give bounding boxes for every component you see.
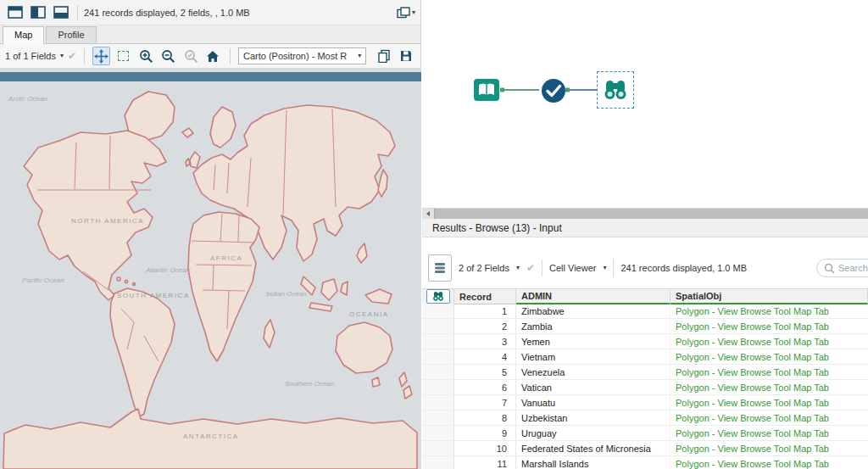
spatial-object-link[interactable]: Polygon - View Browse Tool Map Tab <box>670 334 868 349</box>
zoom-to-selection-button[interactable] <box>181 47 199 65</box>
admin-cell[interactable]: Zimbabwe <box>516 304 670 318</box>
browse-tool-selected[interactable] <box>597 71 634 109</box>
results-toolbar: 2 of 2 Fields ▾ ✔ Cell Viewer ▾ 241 reco… <box>422 253 868 283</box>
cell-viewer-dropdown[interactable]: Cell Viewer <box>549 263 596 273</box>
search-box[interactable] <box>816 259 868 277</box>
zoom-out-icon <box>161 49 175 64</box>
admin-cell[interactable]: Uzbekistan <box>516 410 670 425</box>
column-header-record[interactable]: Record <box>454 289 516 304</box>
table-row: 7VanuatuPolygon - View Browse Tool Map T… <box>422 395 868 410</box>
browse-tool-icon <box>601 75 630 104</box>
record-number-cell: 7 <box>454 395 516 410</box>
spatial-object-link[interactable]: Polygon - View Browse Tool Map Tab <box>670 395 868 410</box>
zoom-out-button[interactable] <box>159 47 177 65</box>
canvas-horizontal-scrollbar[interactable] <box>422 208 868 219</box>
workflow-canvas[interactable] <box>422 0 868 219</box>
layout-vertical-split-button[interactable] <box>28 3 48 22</box>
rows-icon <box>433 262 447 274</box>
new-guinea-shape <box>365 289 392 304</box>
layout-horizontal-split-button[interactable] <box>51 3 71 22</box>
apply-checkmark-icon: ✔ <box>68 51 76 61</box>
table-row: 5VenezuelaPolygon - View Browse Tool Map… <box>422 365 868 380</box>
scandinavia-shape <box>210 107 236 148</box>
admin-cell[interactable]: Uruguay <box>516 426 670 440</box>
spatial-object-link[interactable]: Polygon - View Browse Tool Map Tab <box>670 426 868 440</box>
results-record-status: 241 records displayed, 1.0 MB <box>620 263 747 273</box>
table-row: 1ZimbabwePolygon - View Browse Tool Map … <box>422 304 868 319</box>
south-america-shape <box>110 288 175 417</box>
results-title: Results - Browse (13) - Input <box>432 222 562 234</box>
spatial-object-link[interactable]: Polygon - View Browse Tool Map Tab <box>670 380 868 394</box>
popout-window-button[interactable]: ▾ <box>397 7 415 19</box>
admin-cell[interactable]: Federated States of Micronesia <box>516 441 670 455</box>
admin-cell[interactable]: Vatican <box>516 380 670 394</box>
row-gutter-cell <box>422 426 454 440</box>
toolbar-separator <box>613 260 614 276</box>
column-header-spatialobj[interactable]: SpatialObj <box>670 289 868 304</box>
spatial-object-link[interactable]: Polygon - View Browse Tool Map Tab <box>670 319 868 333</box>
table-row: 2ZambiaPolygon - View Browse Tool Map Ta… <box>422 319 868 334</box>
search-input[interactable] <box>838 263 868 273</box>
spatial-object-link[interactable]: Polygon - View Browse Tool Map Tab <box>670 410 868 425</box>
spatial-object-link[interactable]: Polygon - View Browse Tool Map Tab <box>670 441 868 455</box>
toolbar-separator <box>542 260 542 276</box>
admin-cell[interactable]: Yemen <box>516 334 670 349</box>
chevron-down-icon[interactable]: ▾ <box>603 265 606 271</box>
spatial-object-link[interactable]: Polygon - View Browse Tool Map Tab <box>670 349 868 364</box>
spatial-object-link[interactable]: Polygon - View Browse Tool Map Tab <box>670 365 868 379</box>
copy-map-button[interactable] <box>375 47 392 65</box>
scroll-left-icon <box>426 211 430 216</box>
admin-cell[interactable]: Zambia <box>516 319 670 333</box>
map-viewport[interactable]: Arctic OceanNORTH AMERICAAtlantic OceanP… <box>0 68 421 469</box>
record-number-cell: 2 <box>454 319 516 333</box>
chevron-down-icon[interactable]: ▾ <box>516 265 520 271</box>
admin-cell[interactable]: Vanuatu <box>516 395 670 410</box>
table-row: 4VietnamPolygon - View Browse Tool Map T… <box>422 349 868 365</box>
search-icon <box>824 263 835 274</box>
record-number-cell: 9 <box>454 426 516 440</box>
results-fields-selector[interactable]: 2 of 2 Fields <box>459 263 509 273</box>
admin-cell[interactable]: Venezuela <box>516 365 670 379</box>
record-number-cell: 11 <box>454 456 516 469</box>
layout-single-pane-button[interactable] <box>5 3 25 22</box>
select-area-tool-button[interactable] <box>114 47 132 65</box>
table-body: 1ZimbabwePolygon - View Browse Tool Map … <box>422 304 868 469</box>
africa-shape <box>188 212 259 361</box>
table-view-button[interactable] <box>428 254 452 282</box>
results-table: Record ADMIN SpatialObj 1ZimbabwePolygon… <box>422 288 868 469</box>
row-gutter-cell <box>422 304 454 318</box>
row-gutter-cell <box>422 395 454 410</box>
toolbar-separator <box>84 48 85 64</box>
binoculars-icon <box>431 291 445 303</box>
column-header-admin[interactable]: ADMIN <box>516 289 670 304</box>
spatial-column-header[interactable] <box>422 289 454 304</box>
table-row: 6VaticanPolygon - View Browse Tool Map T… <box>422 380 868 395</box>
world-map <box>0 81 421 469</box>
zoom-in-button[interactable] <box>137 47 155 65</box>
row-gutter-cell <box>422 441 454 455</box>
tab-profile[interactable]: Profile <box>46 26 96 43</box>
record-number-cell: 8 <box>454 410 516 425</box>
popout-window-icon <box>397 7 410 19</box>
scroll-left-button[interactable] <box>422 209 434 219</box>
spatial-object-link[interactable]: Polygon - View Browse Tool Map Tab <box>670 304 868 318</box>
layout-vertical-split-icon <box>31 6 46 19</box>
toolbar-separator <box>230 48 231 64</box>
zoom-home-button[interactable] <box>204 47 222 65</box>
java-shape <box>309 303 332 311</box>
input-data-tool[interactable] <box>471 75 502 109</box>
admin-cell[interactable]: Marshall Islands <box>516 456 670 469</box>
pan-tool-button[interactable] <box>92 47 110 65</box>
tab-map[interactable]: Map <box>3 26 44 44</box>
scrollbar-thumb[interactable] <box>434 209 868 219</box>
basemap-dropdown[interactable]: Carto (Positron) - Most R ▾ <box>238 47 366 64</box>
browse-view-tabs: Map Profile <box>0 25 420 44</box>
chevron-down-icon[interactable]: ▾ <box>60 53 64 59</box>
admin-cell[interactable]: Vietnam <box>516 349 670 364</box>
fields-selector[interactable]: 1 of 1 Fields <box>5 51 56 61</box>
save-map-button[interactable] <box>398 47 415 65</box>
spatial-object-link[interactable]: Polygon - View Browse Tool Map Tab <box>670 456 868 469</box>
results-header: Results - Browse (13) - Input <box>422 219 868 237</box>
select-tool[interactable] <box>539 76 568 109</box>
japan-shape <box>378 170 387 197</box>
